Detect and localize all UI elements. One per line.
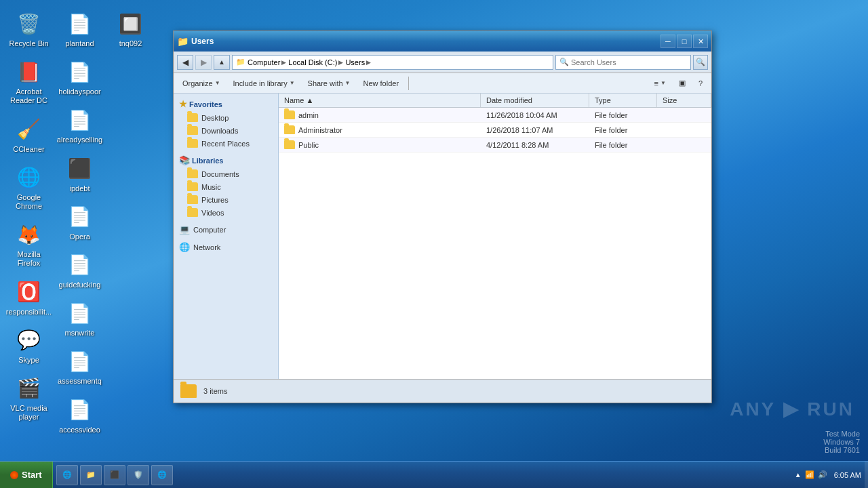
sidebar-item-computer[interactable]: 💻 Computer bbox=[174, 222, 278, 237]
sidebar-desktop-label: Desktop bbox=[201, 114, 229, 122]
show-desktop-button[interactable] bbox=[865, 462, 868, 488]
taskbar-items: 🌐 📁 ⬛ 🛡️ 🌐 bbox=[53, 465, 788, 485]
help-button[interactable]: ? bbox=[693, 75, 708, 92]
desktop-icon-holidayspoor[interactable]: 📄 holidayspoor bbox=[54, 55, 105, 100]
status-item-count: 3 items bbox=[203, 387, 227, 395]
sidebar-item-recent-places[interactable]: Recent Places bbox=[174, 137, 278, 150]
computer-icon: 💻 bbox=[179, 224, 190, 235]
address-bar[interactable]: 📁 Computer ▶ Local Disk (C:) ▶ Users ▶ bbox=[232, 55, 553, 70]
documents-folder-icon bbox=[187, 169, 198, 178]
desktop-folder-icon bbox=[187, 113, 198, 122]
sidebar-item-downloads[interactable]: Downloads bbox=[174, 124, 278, 137]
desktop-icon-firefox[interactable]: 🦊 Mozilla Firefox bbox=[3, 218, 54, 271]
col-header-type[interactable]: Type bbox=[589, 94, 657, 107]
sidebar-item-music[interactable]: Music bbox=[174, 180, 278, 193]
desktop-icon-responsibilit[interactable]: 📄 Opera bbox=[54, 200, 105, 245]
explorer-window: 📁 Users ─ □ ✕ ◀ ▶ ▲ 📁 Computer ▶ Local D… bbox=[173, 30, 712, 403]
tray-arrow[interactable]: ▲ bbox=[795, 471, 802, 479]
search-go-button[interactable]: 🔍 bbox=[693, 55, 708, 70]
desktop-icon-tnq092[interactable]: 🔲 tnq092 bbox=[105, 7, 156, 52]
desktop-icon-chrome[interactable]: 🌐 Google Chrome bbox=[3, 161, 54, 214]
desktop-icon-guidefucking[interactable]: 📄 guidefucking bbox=[54, 248, 105, 293]
holidayspoor-icon: 📄 bbox=[66, 58, 94, 85]
cmd-icon: ⬛ bbox=[110, 470, 119, 479]
maximize-button[interactable]: □ bbox=[677, 35, 692, 48]
col-header-name[interactable]: Name ▲ bbox=[279, 94, 481, 107]
file-type-admin: File folder bbox=[589, 108, 657, 122]
vlc-label: VLC media player bbox=[5, 404, 52, 422]
sidebar-libraries-header[interactable]: 📚 Libraries bbox=[174, 153, 278, 167]
recycle-bin-label: Recycle Bin bbox=[9, 39, 48, 48]
include-library-button[interactable]: Include in library ▼ bbox=[228, 75, 300, 92]
chrome-tb-icon: 🌐 bbox=[157, 470, 167, 479]
table-row[interactable]: Administrator 1/26/2018 11:07 AM File fo… bbox=[279, 123, 711, 138]
sidebar-item-network[interactable]: 🌐 Network bbox=[174, 240, 278, 254]
taskbar-item-chrome-tb[interactable]: 🌐 bbox=[151, 465, 173, 485]
desktop-icon-vlc[interactable]: 🎬 VLC media player bbox=[3, 371, 54, 425]
sidebar-item-pictures[interactable]: Pictures bbox=[174, 193, 278, 206]
organize-arrow: ▼ bbox=[215, 80, 220, 86]
test-mode-line1: Test Mode bbox=[823, 430, 860, 438]
new-folder-button[interactable]: New folder bbox=[357, 75, 404, 92]
organize-button[interactable]: Organize ▼ bbox=[177, 75, 226, 92]
desktop-icon-alreadyselling[interactable]: 📄 alreadyselling bbox=[54, 103, 105, 148]
desktop-icon-recycle-bin[interactable]: 🗑️ Recycle Bin bbox=[3, 7, 54, 52]
table-row[interactable]: Public 4/12/2011 8:28 AM File folder bbox=[279, 138, 711, 152]
file-date-administrator: 1/26/2018 11:07 AM bbox=[481, 123, 589, 137]
plantand-icon: 📄 bbox=[66, 10, 94, 37]
sidebar-item-videos[interactable]: Videos bbox=[174, 206, 278, 219]
share-with-button[interactable]: Share with ▼ bbox=[302, 75, 356, 92]
search-box[interactable]: 🔍 bbox=[555, 55, 691, 70]
ie-icon: 🌐 bbox=[62, 470, 72, 479]
taskbar: Start 🌐 📁 ⬛ 🛡️ 🌐 ▲ 📶 🔊 6:05 bbox=[0, 461, 868, 488]
file-date-admin: 11/26/2018 10:04 AM bbox=[481, 108, 589, 122]
taskbar-item-shield[interactable]: 🛡️ bbox=[127, 465, 149, 485]
file-name-administrator: Administrator bbox=[279, 123, 481, 137]
sidebar-music-label: Music bbox=[201, 183, 221, 191]
sidebar-favorites-header[interactable]: ★ Favorites bbox=[174, 97, 278, 111]
view-details-button[interactable]: ≡▼ bbox=[649, 75, 671, 92]
up-button[interactable]: ▲ bbox=[214, 55, 230, 70]
address-segment-users: Users ▶ bbox=[345, 58, 371, 66]
desktop-icon-opera[interactable]: 🅾️ responsibilit... bbox=[3, 275, 54, 320]
test-mode-line2: Windows 7 bbox=[823, 438, 860, 446]
taskbar-item-cmd[interactable]: ⬛ bbox=[104, 465, 125, 485]
desktop-icon-ccleaner[interactable]: 🧹 CCleaner bbox=[3, 113, 54, 157]
admin-folder-icon bbox=[284, 110, 295, 119]
assessmentq-label: assessmentq bbox=[58, 377, 102, 386]
ccleaner-label: CCleaner bbox=[13, 145, 44, 154]
file-type-administrator: File folder bbox=[589, 123, 657, 137]
desktop-icon-ipdebt[interactable]: ⬛ ipdebt bbox=[54, 152, 105, 197]
minimize-button[interactable]: ─ bbox=[660, 35, 675, 48]
taskbar-item-ie[interactable]: 🌐 bbox=[56, 465, 78, 485]
preview-pane-button[interactable]: ▣ bbox=[673, 75, 691, 92]
desktop-icon-skype[interactable]: 💬 Skype bbox=[3, 323, 54, 368]
forward-button[interactable]: ▶ bbox=[195, 55, 212, 70]
title-bar-buttons: ─ □ ✕ bbox=[660, 35, 708, 48]
sidebar-item-desktop[interactable]: Desktop bbox=[174, 111, 278, 124]
address-arrow-2: ▶ bbox=[338, 59, 343, 66]
taskbar-clock[interactable]: 6:05 AM bbox=[834, 471, 865, 479]
col-header-date[interactable]: Date modified bbox=[481, 94, 589, 107]
skype-label: Skype bbox=[18, 356, 39, 365]
window-title: Users bbox=[191, 37, 660, 46]
skype-icon: 💬 bbox=[16, 327, 43, 354]
title-bar[interactable]: 📁 Users ─ □ ✕ bbox=[174, 31, 711, 52]
administrator-folder-icon bbox=[284, 125, 295, 134]
col-header-size[interactable]: Size bbox=[657, 94, 711, 107]
desktop-icon-assessmentq[interactable]: 📄 assessmentq bbox=[54, 344, 105, 389]
holidayspoor-label: holidayspoor bbox=[58, 87, 100, 96]
share-with-arrow: ▼ bbox=[345, 80, 351, 86]
desktop-icon-msnwrite[interactable]: 📄 msnwrite bbox=[54, 296, 105, 341]
desktop-icon-acrobat[interactable]: 📕 Acrobat Reader DC bbox=[3, 55, 54, 108]
taskbar-item-explorer[interactable]: 📁 bbox=[80, 465, 102, 485]
table-row[interactable]: admin 11/26/2018 10:04 AM File folder bbox=[279, 108, 711, 123]
desktop-icon-plantand[interactable]: 📄 plantand bbox=[54, 7, 105, 52]
sidebar-item-documents[interactable]: Documents bbox=[174, 167, 278, 180]
back-button[interactable]: ◀ bbox=[177, 55, 193, 70]
search-input[interactable] bbox=[571, 58, 687, 66]
desktop-icon-accessvideo[interactable]: 📄 accessvideo bbox=[54, 393, 105, 438]
status-bar: 3 items bbox=[174, 379, 711, 403]
start-button[interactable]: Start bbox=[0, 462, 53, 488]
close-button[interactable]: ✕ bbox=[693, 35, 708, 48]
